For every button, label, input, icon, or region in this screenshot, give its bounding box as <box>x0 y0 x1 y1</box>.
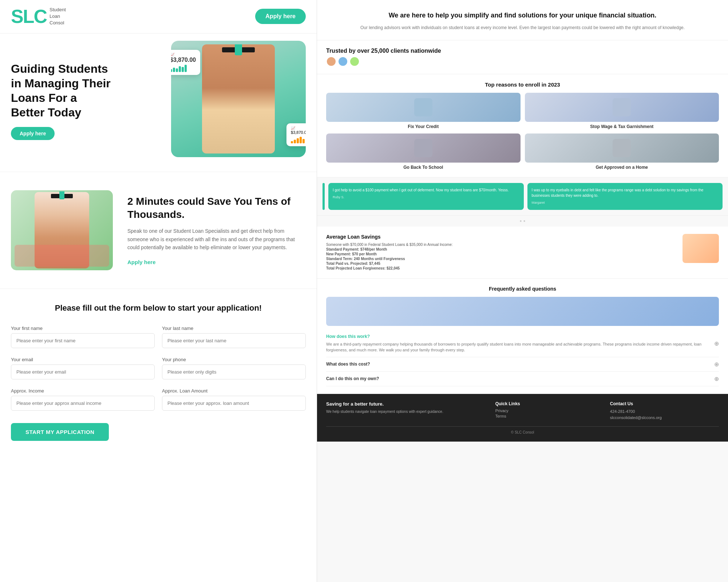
faq-question-0[interactable]: How does this work? <box>326 334 714 339</box>
faq-item-2: Can I do this on my own? ⊕ <box>326 372 719 386</box>
income-label: Approx. Income <box>11 388 155 394</box>
reason-back-school-label: Go Back To School <box>403 165 443 170</box>
savings-line-4: Total Paid vs. Projected: $7,445 <box>326 262 678 266</box>
savings-text: Average Loan Savings Someone with $70,00… <box>326 234 678 271</box>
savings-line-0: Someone with $70,000 in Federal Student … <box>326 243 678 247</box>
faq-question-2[interactable]: Can I do this on my own? <box>326 376 379 381</box>
hero-image: 📈 $3,870.00 📈 $3,870.00 <box>171 41 306 157</box>
faq-image <box>326 297 719 326</box>
sidebar-hero-desc: Our lending advisors work with individua… <box>326 24 719 31</box>
submit-button[interactable]: START MY APPLICATION <box>11 423 109 441</box>
section-two-title: 2 Minutes could Save You Tens of Thousan… <box>127 195 306 222</box>
first-name-label: Your first name <box>11 326 155 331</box>
trusted-title: Trusted by over 25,000 clients nationwid… <box>326 48 719 54</box>
faq-item-1: What does this cost? ⊕ <box>326 357 719 372</box>
faq-title: Frequently asked questions <box>326 286 719 292</box>
avatar-2 <box>338 56 348 67</box>
application-form: Your first name Your last name Your emai… <box>11 326 306 441</box>
footer-contact: Contact Us 424-281-4700 slcconsolidated@… <box>610 401 719 421</box>
testimonial-2-text: I was up to my eyeballs in debt and felt… <box>532 187 719 198</box>
reason-stop-garnishment: Stop Wage & Tax Garnishment <box>525 93 719 129</box>
sidebar-reasons: Top reasons to enroll in 2023 Fix Your C… <box>317 74 728 178</box>
income-group: Approx. Income <box>11 388 155 411</box>
section-two: 2 Minutes could Save You Tens of Thousan… <box>0 172 317 288</box>
section-two-image <box>11 190 113 270</box>
sidebar-trusted: Trusted by over 25,000 clients nationwid… <box>317 40 728 74</box>
logo: SLC Student Loan Consol <box>11 7 66 27</box>
first-name-group: Your first name <box>11 326 155 348</box>
faq-icon-1[interactable]: ⊕ <box>714 361 719 368</box>
hero-title: Guiding Students in Managing Their Loans… <box>11 61 113 120</box>
phone-group: Your phone <box>162 357 306 379</box>
savings-image <box>682 234 719 263</box>
testimonial-2-name: Margaret <box>532 200 719 206</box>
reason-stop-garnishment-label: Stop Wage & Tax Garnishment <box>590 124 653 129</box>
sidebar-savings: Average Loan Savings Someone with $70,00… <box>317 227 728 279</box>
apply-hero-button[interactable]: Apply here <box>11 127 55 140</box>
section-two-text: 2 Minutes could Save You Tens of Thousan… <box>127 195 306 266</box>
last-name-input[interactable] <box>162 333 306 348</box>
avatar-3 <box>349 56 360 67</box>
reason-back-school: Go Back To School <box>326 133 521 170</box>
footer-link-privacy[interactable]: Privacy <box>495 408 604 413</box>
header: SLC Student Loan Consol Apply here <box>0 0 317 33</box>
income-input[interactable] <box>11 396 155 411</box>
faq-question-1[interactable]: What does this cost? <box>326 362 370 367</box>
graduate-figure: 📈 $3,870.00 📈 $3,870.00 <box>171 41 306 157</box>
footer-contact-title: Contact Us <box>610 401 719 406</box>
reasons-grid: Fix Your Credit Stop Wage & Tax Garnishm… <box>326 93 719 170</box>
chart-card-1: 📈 $3,870.00 <box>171 50 200 75</box>
footer-grid: Saving for a better future. We help stud… <box>326 401 719 421</box>
testimonial-1-name: Ruby S. <box>333 195 519 200</box>
hero-section: Guiding Students in Managing Their Loans… <box>0 33 317 172</box>
loan-input[interactable] <box>162 396 306 411</box>
trusted-avatars <box>326 56 719 67</box>
savings-line-2: New Payment: $70 per Month <box>326 252 678 256</box>
logo-slc-text: SLC <box>11 7 47 26</box>
form-row-financial: Approx. Income Approx. Loan Amount <box>11 388 306 411</box>
reason-approved-home-image <box>525 133 719 163</box>
loan-group: Approx. Loan Amount <box>162 388 306 411</box>
hero-text-block: Guiding Students in Managing Their Loans… <box>11 61 113 140</box>
faq-icon-2[interactable]: ⊕ <box>714 375 719 382</box>
reason-fix-credit-image <box>326 93 521 122</box>
first-name-input[interactable] <box>11 333 155 348</box>
avatar-1 <box>326 56 336 67</box>
reason-fix-credit: Fix Your Credit <box>326 93 521 129</box>
faq-icon-0[interactable]: ⊕ <box>714 340 719 347</box>
reasons-title: Top reasons to enroll in 2023 <box>326 81 719 88</box>
sidebar-hero-title: We are here to help you simplify and fin… <box>326 11 719 20</box>
logo-tagline: Student Loan Consol <box>50 7 66 27</box>
phone-label: Your phone <box>162 357 306 362</box>
footer-quick-links-title: Quick Links <box>495 401 604 406</box>
section-two-description: Speak to one of our Student Loan Special… <box>127 227 306 251</box>
footer-email: slcconsolidated@slccons.org <box>610 415 719 421</box>
apply-header-button[interactable]: Apply here <box>255 9 306 24</box>
footer-brand: Saving for a better future. We help stud… <box>326 401 490 421</box>
testimonial-dots: • • <box>317 216 728 227</box>
footer-phone: 424-281-4700 <box>610 408 719 415</box>
savings-line-5: Total Projected Loan Forgiveness: $22,04… <box>326 266 678 270</box>
testimonial-2: I was up to my eyeballs in debt and felt… <box>527 183 723 210</box>
form-section: Please fill out the form below to start … <box>0 288 317 459</box>
testimonial-1-text: I got help to avoid a $100 payment when … <box>333 187 519 193</box>
last-name-group: Your last name <box>162 326 306 348</box>
footer-link-terms[interactable]: Terms <box>495 414 604 418</box>
reason-approved-home-label: Get Approved on a Home <box>596 165 648 170</box>
sidebar-faq: Frequently asked questions How does this… <box>317 279 728 394</box>
form-row-contact: Your email Your phone <box>11 357 306 379</box>
sidebar-hero: We are here to help you simplify and fin… <box>317 0 728 40</box>
footer-brand-title: Saving for a better future. <box>326 401 490 407</box>
savings-line-3: Standard Term: 240 Months until Forgiven… <box>326 257 678 261</box>
phone-input[interactable] <box>162 364 306 379</box>
email-label: Your email <box>11 357 155 362</box>
reason-fix-credit-label: Fix Your Credit <box>408 124 439 129</box>
apply-link[interactable]: Apply here <box>127 259 156 265</box>
footer-copyright: © SLC Consol <box>326 426 719 434</box>
last-name-label: Your last name <box>162 326 306 331</box>
faq-item-0: How does this work? We are a third-party… <box>326 330 719 357</box>
chart-card-2: 📈 $3,870.00 <box>286 123 306 146</box>
email-input[interactable] <box>11 364 155 379</box>
reason-approved-home: Get Approved on a Home <box>525 133 719 170</box>
savings-title: Average Loan Savings <box>326 234 678 240</box>
